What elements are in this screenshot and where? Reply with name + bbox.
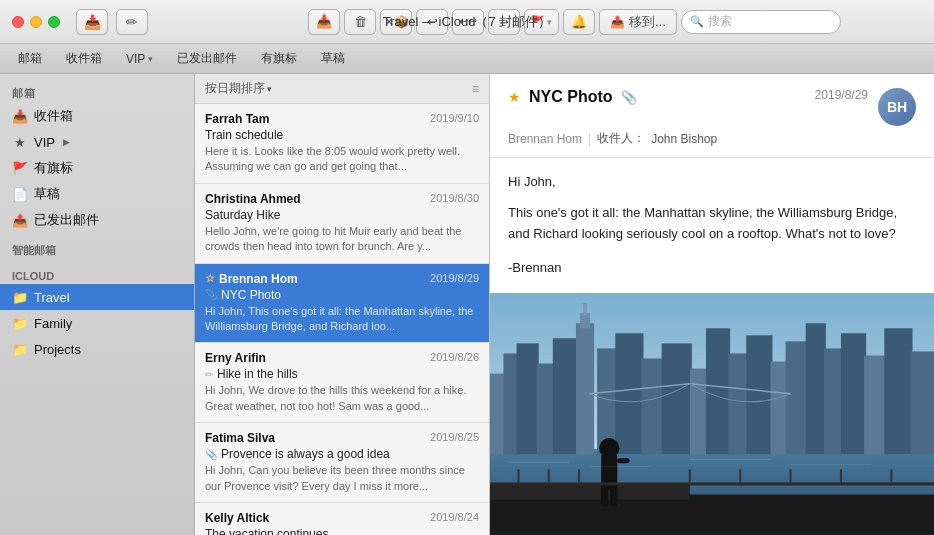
folder-projects-icon: 📁 [12,342,28,357]
sidebar-item-projects[interactable]: 📁 Projects [0,336,194,362]
tab-inbox[interactable]: 收件箱 [56,48,112,70]
mail-item-4[interactable]: Fatima Silva 2019/8/25 📎 Provence is alw… [195,423,489,503]
svg-rect-16 [728,354,748,455]
mail-detail: ★ NYC Photo 📎 2019/8/29 BH Brennan Hom |… [490,74,934,535]
svg-rect-20 [806,323,826,454]
sidebar-section-mailbox: 邮箱 [0,82,194,103]
detail-star-icon[interactable]: ★ [508,89,521,105]
sidebar-item-travel[interactable]: 📁 Travel [0,284,194,310]
mail-item-0[interactable]: Farrah Tam 2019/9/10 Train schedule Here… [195,104,489,184]
mail-item-1[interactable]: Christina Ahmed 2019/8/30 Saturday Hike … [195,184,489,264]
svg-rect-23 [864,356,886,455]
sender-erny: Erny Arifin [205,351,266,365]
mail-list-header: 按日期排序 ▾ ≡ [195,74,489,104]
tab-sent[interactable]: 已发出邮件 [167,48,247,70]
date-1: 2019/8/30 [430,192,479,204]
preview-2: Hi John, This one's got it all: the Manh… [205,304,479,335]
sidebar-item-sent[interactable]: 📤 已发出邮件 [0,207,194,233]
window-title: Travel — iCloud（7 封邮件） [383,13,552,31]
fullscreen-button[interactable] [48,16,60,28]
preview-3: Hi John, We drove to the hills this week… [205,383,479,414]
draft-icon: 📄 [12,187,28,202]
date-0: 2019/9/10 [430,112,479,124]
archive-btn[interactable]: 📥 [308,9,340,35]
minimize-button[interactable] [30,16,42,28]
detail-to-separator: | [588,132,591,146]
sidebar-item-family[interactable]: 📁 Family [0,310,194,336]
sender-brennan: ☆ Brennan Hom [205,272,298,286]
subject-4: 📎 Provence is always a good idea [205,447,479,461]
edit-icon-3: ✏ [205,369,213,380]
tab-vip[interactable]: VIP ▾ [116,48,163,70]
inbox-icon-btn[interactable]: 📥 [76,9,108,35]
svg-rect-14 [690,369,708,455]
svg-rect-34 [610,487,617,507]
tab-mailbox[interactable]: 邮箱 [8,48,52,70]
detail-body-text: This one's got it all: the Manhattan sky… [508,203,916,245]
vip-chevron-icon: ▾ [148,54,153,64]
svg-rect-12 [641,359,663,455]
compose-btn[interactable]: ✏ [116,9,148,35]
detail-sender-name: Brennan Hom [508,132,582,146]
svg-rect-18 [770,362,786,455]
sender-kelly1: Kelly Altick [205,511,269,525]
detail-image [490,293,934,535]
svg-rect-22 [841,333,866,454]
sidebar-item-inbox[interactable]: 📥 收件箱 [0,103,194,129]
svg-rect-25 [910,352,934,455]
svg-rect-29 [490,485,690,500]
mail-item-3[interactable]: Erny Arifin 2019/8/26 ✏ Hike in the hill… [195,343,489,423]
filter-icon[interactable]: ≡ [472,82,479,96]
main-layout: 邮箱 📥 收件箱 ★ VIP ▶ 🚩 有旗标 📄 草稿 📤 已发出邮件 智能邮箱… [0,74,934,535]
svg-rect-24 [884,328,912,454]
svg-rect-19 [786,342,808,455]
svg-rect-33 [601,487,608,507]
subject-1: Saturday Hike [205,208,479,222]
svg-rect-5 [537,364,555,455]
search-box[interactable]: 🔍 搜索 [681,10,841,34]
notification-btn[interactable]: 🔔 [563,9,595,35]
sidebar-item-vip[interactable]: ★ VIP ▶ [0,129,194,155]
detail-to-label: 收件人： [597,130,645,147]
flag-sidebar-icon: 🚩 [12,161,28,176]
folder-travel-icon: 📁 [12,290,28,305]
attachment-icon-4: 📎 [205,449,217,460]
subject-5: The vacation continues [205,527,479,535]
preview-0: Here it is. Looks like the 8:05 would wo… [205,144,479,175]
svg-rect-11 [615,333,643,454]
detail-to-value: John Bishop [651,132,717,146]
move-btn[interactable]: 📤 移到... [599,9,677,35]
detail-date: 2019/8/29 [815,88,868,102]
folder-family-icon: 📁 [12,316,28,331]
subject-2: 📎 NYC Photo [205,288,479,302]
trash-btn[interactable]: 🗑 [344,9,376,35]
title-bar: 📥 ✏ Travel — iCloud（7 封邮件） 📥 🗑 ✕📦 ↩ ↩↩ →… [0,0,934,44]
sidebar-item-drafts[interactable]: 📄 草稿 [0,181,194,207]
sidebar-item-flagged[interactable]: 🚩 有旗标 [0,155,194,181]
subject-0: Train schedule [205,128,479,142]
tab-bar: 邮箱 收件箱 VIP ▾ 已发出邮件 有旗标 草稿 [0,44,934,74]
sidebar-section-icloud: iCloud [0,260,194,284]
sort-chevron-icon: ▾ [267,84,272,94]
tab-flagged[interactable]: 有旗标 [251,48,307,70]
detail-greeting: Hi John, [508,172,916,193]
tab-drafts[interactable]: 草稿 [311,48,355,70]
search-icon: 🔍 [690,15,704,28]
sender-christina: Christina Ahmed [205,192,301,206]
date-4: 2019/8/25 [430,431,479,443]
sort-control[interactable]: 按日期排序 ▾ [205,80,272,97]
mail-item-2[interactable]: ☆ Brennan Hom 2019/8/29 📎 NYC Photo Hi J… [195,264,489,344]
date-2: 2019/8/29 [430,272,479,284]
traffic-lights [12,16,60,28]
subject-3: ✏ Hike in the hills [205,367,479,381]
sender-farrah: Farrah Tam [205,112,269,126]
detail-sender-row: Brennan Hom | 收件人： John Bishop [508,130,916,147]
svg-point-31 [599,438,619,458]
close-button[interactable] [12,16,24,28]
detail-subject: NYC Photo [529,88,613,106]
preview-4: Hi John, Can you believe its been three … [205,463,479,494]
mail-item-5[interactable]: Kelly Altick 2019/8/24 The vacation cont… [195,503,489,535]
detail-body: Hi John, This one's got it all: the Manh… [490,158,934,293]
vip-expand-icon: ▶ [63,137,70,147]
svg-rect-3 [503,354,518,455]
